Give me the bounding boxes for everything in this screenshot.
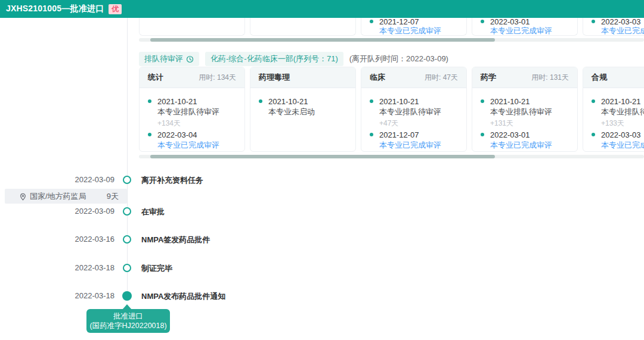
review-card-header: 药理毒理 xyxy=(250,67,355,88)
status-dot-icon xyxy=(148,99,151,103)
entry-status[interactable]: 本专业已完成审评 xyxy=(490,26,577,35)
milestone-date: 2022-03-09 xyxy=(60,207,114,216)
horizontal-scrollbar-top[interactable] xyxy=(139,38,644,42)
status-dot-icon xyxy=(481,133,484,136)
previous-review-card: 2022-03-03本专业已完成审评 xyxy=(583,18,644,36)
review-discipline-name: 临床 xyxy=(370,72,385,83)
milestone-label: NMPA签发药品批件 xyxy=(141,235,210,245)
agency-days: 9天 xyxy=(107,191,119,202)
status-dot-icon xyxy=(148,133,151,136)
review-duration: 用时: 134天 xyxy=(199,73,236,83)
previous-review-card: 2022-03-01本专业已完成审评 xyxy=(472,18,578,36)
scrollbar-thumb[interactable] xyxy=(150,155,495,158)
status-dot-icon xyxy=(481,99,484,103)
entry-status: 本专业排队待审评 xyxy=(157,107,239,117)
review-card: 药理毒理2021-10-21本专业未启动 xyxy=(250,67,356,152)
milestone-label: 在审批 xyxy=(141,207,165,217)
review-card-body: 2021-10-21本专业排队待审评+131天2022-03-01本专业已完成审… xyxy=(472,88,577,152)
review-status-entry: 2022-03-03本专业已完成审评 xyxy=(583,18,644,35)
review-card-header: 临床用时: 47天 xyxy=(361,67,466,88)
status-dot-icon xyxy=(592,99,595,103)
status-dot-icon xyxy=(370,99,373,103)
approval-result: 批准进口 xyxy=(86,311,170,321)
review-division-label: 化药-综合-化药临床一部(序列号：71) xyxy=(210,54,338,64)
timeline-axis-line xyxy=(127,18,128,296)
review-status-entry: 2022-03-04本专业已完成审评 xyxy=(140,130,239,150)
review-card-header: 药学用时: 131天 xyxy=(472,67,577,88)
milestone-label: 离开补充资料任务 xyxy=(141,175,203,186)
queue-status-tag[interactable]: 排队待审评 xyxy=(139,52,199,66)
milestone-node-filled-icon[interactable] xyxy=(122,291,132,301)
status-dot-icon xyxy=(481,20,484,23)
queue-wait-duration: +131天 xyxy=(472,118,571,128)
milestone-node-icon[interactable] xyxy=(123,264,131,272)
review-division-tag[interactable]: 化药-综合-化药临床一部(序列号：71) xyxy=(205,52,343,66)
review-status-entry: 2022-03-03本专业已完成审评 xyxy=(583,130,644,150)
horizontal-scrollbar-bottom[interactable] xyxy=(139,155,644,158)
review-status-entry: 2021-10-21本专业排队待审评 xyxy=(361,96,460,117)
review-card-header: 统计用时: 134天 xyxy=(140,67,244,88)
review-discipline-name: 药学 xyxy=(481,72,496,83)
entry-date: 2021-10-21 xyxy=(490,96,571,107)
entry-status[interactable]: 本专业已完成审评 xyxy=(157,140,239,150)
review-status-entry: 2021-10-21本专业未启动 xyxy=(250,96,349,117)
status-dot-icon xyxy=(370,20,373,23)
review-card: 药学用时: 131天2021-10-21本专业排队待审评+131天2022-03… xyxy=(472,67,578,152)
review-card-body: 2021-10-21本专业排队待审评+47天2021-12-07本专业已完成审评 xyxy=(361,88,466,152)
milestone-label: NMPA发布药品批件通知 xyxy=(141,291,225,302)
review-card: 临床用时: 47天2021-10-21本专业排队待审评+47天2021-12-0… xyxy=(361,67,467,152)
entry-status: 本专业排队待审评 xyxy=(601,107,644,117)
entry-status[interactable]: 本专业已完成审评 xyxy=(379,140,460,150)
review-status-entry: 2021-10-21本专业排队待审评 xyxy=(472,96,571,117)
entry-status[interactable]: 本专业已完成审评 xyxy=(490,140,571,150)
titlebar: JXHS2101005—批准进口 优 xyxy=(0,0,644,18)
status-dot-icon xyxy=(370,133,373,136)
page-title: JXHS2101005—批准进口 xyxy=(6,4,104,14)
review-duration: 用时: 47天 xyxy=(425,73,458,83)
scrollbar-thumb[interactable] xyxy=(150,38,495,42)
review-card-body: 2021-10-21本专业排队待审评+134天2022-03-04本专业已完成审… xyxy=(140,88,244,152)
review-duration: 用时: 131天 xyxy=(531,73,569,83)
entry-status[interactable]: 本专业已完成审评 xyxy=(601,140,644,150)
milestone-date: 2022-03-09 xyxy=(60,175,114,184)
entry-date: 2022-03-03 xyxy=(601,18,644,26)
rating-badge: 优 xyxy=(109,4,122,14)
review-discipline-name: 合规 xyxy=(592,72,607,83)
tooltip-arrow xyxy=(122,304,132,310)
review-status-entry: 2022-03-01本专业已完成审评 xyxy=(472,130,571,150)
entry-date: 2021-10-21 xyxy=(268,96,349,107)
entry-date: 2021-12-07 xyxy=(379,18,466,26)
entry-status[interactable]: 本专业已完成审评 xyxy=(379,26,466,35)
milestone-node-icon[interactable] xyxy=(123,176,131,184)
entry-date: 2022-03-04 xyxy=(157,130,239,140)
status-dot-icon xyxy=(592,133,595,136)
agency-name: 国家/地方药监局 xyxy=(30,191,107,202)
review-status-entry: 2021-10-21本专业排队待审评 xyxy=(583,96,644,117)
leave-queue-time: (离开队列时间：2022-03-09) xyxy=(349,54,448,64)
entry-date: 2022-03-01 xyxy=(490,130,571,140)
review-status-entry: 2022-03-01本专业已完成审评 xyxy=(472,18,577,35)
review-status-entry: 2021-12-07本专业已完成审评 xyxy=(361,130,460,150)
review-discipline-name: 药理毒理 xyxy=(259,72,290,83)
entry-status[interactable]: 本专业已完成审评 xyxy=(601,26,644,35)
entry-date: 2021-10-21 xyxy=(379,96,460,107)
location-pin-icon xyxy=(19,192,27,203)
entry-status: 本专业排队待审评 xyxy=(490,107,571,117)
review-card: 统计用时: 134天2021-10-21本专业排队待审评+134天2022-03… xyxy=(139,67,245,152)
review-card-header: 合规 xyxy=(583,67,644,88)
entry-date: 2022-03-03 xyxy=(601,130,644,140)
review-card-body: 2021-10-21本专业未启动 xyxy=(250,88,355,123)
entry-status: 本专业未启动 xyxy=(268,107,349,117)
queue-wait-duration: +134天 xyxy=(140,118,239,128)
approval-number: (国药准字HJ20220018) xyxy=(86,321,170,330)
review-status-entry: 2021-10-21本专业排队待审评 xyxy=(140,96,239,117)
agency-duration-bar: 国家/地方药监局 9天 xyxy=(5,189,127,204)
milestone-label: 制证完毕 xyxy=(141,263,172,274)
queue-wait-duration: +133天 xyxy=(583,118,644,128)
milestone-node-icon[interactable] xyxy=(123,235,131,244)
milestone-node-icon[interactable] xyxy=(123,207,131,216)
milestone-date: 2022-03-18 xyxy=(60,291,114,300)
queue-status-label: 排队待审评 xyxy=(144,54,183,64)
entry-date: 2022-03-01 xyxy=(490,18,577,26)
milestone-date: 2022-03-16 xyxy=(60,235,114,244)
